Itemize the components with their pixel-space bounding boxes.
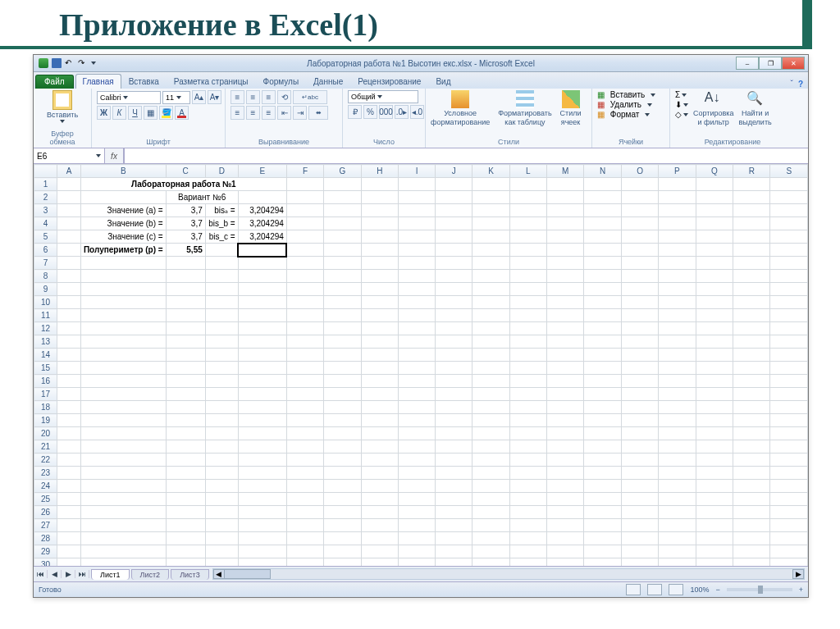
cell-H13[interactable] <box>361 335 398 349</box>
cell-K16[interactable] <box>472 375 509 388</box>
cell-I14[interactable] <box>399 349 436 362</box>
find-select-button[interactable]: 🔍 Найти и выделить <box>738 90 771 126</box>
cell-Q3[interactable] <box>696 204 733 217</box>
align-top-button[interactable]: ≡ <box>231 90 244 104</box>
cell-S22[interactable] <box>770 454 808 467</box>
cell-J11[interactable] <box>436 309 472 322</box>
cell-N22[interactable] <box>584 454 621 467</box>
cell-K29[interactable] <box>472 545 509 558</box>
cell-F19[interactable] <box>286 414 323 427</box>
cell-P22[interactable] <box>659 454 696 467</box>
cell-E22[interactable] <box>238 454 286 467</box>
cell-P21[interactable] <box>659 440 696 454</box>
cell-R26[interactable] <box>733 506 770 519</box>
cell-G4[interactable] <box>324 217 361 230</box>
col-header-A[interactable]: A <box>57 165 81 178</box>
row-header-22[interactable]: 22 <box>34 454 57 467</box>
cell-R28[interactable] <box>733 532 770 545</box>
cell-O12[interactable] <box>621 322 658 335</box>
cell-H14[interactable] <box>361 349 398 362</box>
col-header-J[interactable]: J <box>436 165 472 178</box>
cell-R4[interactable] <box>733 217 770 230</box>
col-header-K[interactable]: K <box>472 165 509 178</box>
cell-I20[interactable] <box>399 427 436 440</box>
cell-O23[interactable] <box>621 467 658 480</box>
cell-L7[interactable] <box>509 257 546 270</box>
cell-J17[interactable] <box>436 388 472 401</box>
cell-B30[interactable] <box>80 558 166 567</box>
cell-D10[interactable] <box>205 296 238 309</box>
cell-N7[interactable] <box>584 257 621 270</box>
cell-C3[interactable]: 3,7 <box>166 204 205 217</box>
ribbon-tab-6[interactable]: Вид <box>428 74 458 89</box>
cell-Q1[interactable] <box>696 178 733 191</box>
cell-R11[interactable] <box>733 309 770 322</box>
format-as-table-button[interactable]: Форматировать как таблицу <box>498 90 551 126</box>
ribbon-tab-2[interactable]: Разметка страницы <box>167 74 256 89</box>
cell-Q13[interactable] <box>696 335 733 349</box>
row-header-14[interactable]: 14 <box>34 349 57 362</box>
row-header-19[interactable]: 19 <box>34 414 57 427</box>
sheet-tab-2[interactable]: Лист3 <box>171 569 209 580</box>
cell-O19[interactable] <box>621 414 658 427</box>
cell-H19[interactable] <box>361 414 398 427</box>
cell-F29[interactable] <box>286 545 323 558</box>
cell-H17[interactable] <box>361 388 398 401</box>
cell-C25[interactable] <box>166 493 205 506</box>
cell-N14[interactable] <box>584 349 621 362</box>
cell-C17[interactable] <box>166 388 205 401</box>
cell-Q17[interactable] <box>696 388 733 401</box>
cell-A10[interactable] <box>57 296 81 309</box>
maximize-button[interactable]: ❐ <box>759 57 782 70</box>
row-header-20[interactable]: 20 <box>34 427 57 440</box>
cell-I16[interactable] <box>399 375 436 388</box>
cell-M16[interactable] <box>546 375 583 388</box>
inc-decimal-button[interactable]: .0▸ <box>395 105 409 119</box>
cell-C16[interactable] <box>166 375 205 388</box>
cell-S12[interactable] <box>770 322 808 335</box>
cell-L18[interactable] <box>509 401 546 414</box>
cell-P20[interactable] <box>659 427 696 440</box>
cell-E25[interactable] <box>238 493 286 506</box>
cell-J1[interactable] <box>436 178 472 191</box>
cell-N27[interactable] <box>584 519 621 532</box>
cell-A12[interactable] <box>57 322 81 335</box>
cell-N17[interactable] <box>584 388 621 401</box>
cell-L10[interactable] <box>509 296 546 309</box>
row-header-3[interactable]: 3 <box>34 204 57 217</box>
cell-N23[interactable] <box>584 467 621 480</box>
cell-L11[interactable] <box>509 309 546 322</box>
cell-R27[interactable] <box>733 519 770 532</box>
cell-F22[interactable] <box>286 454 323 467</box>
cell-D27[interactable] <box>205 519 238 532</box>
cell-D12[interactable] <box>205 322 238 335</box>
cell-D23[interactable] <box>205 467 238 480</box>
cell-S11[interactable] <box>770 309 808 322</box>
cell-S28[interactable] <box>770 532 808 545</box>
cell-E11[interactable] <box>238 309 286 322</box>
cell-N9[interactable] <box>584 283 621 296</box>
cell-B13[interactable] <box>80 335 166 349</box>
cell-N20[interactable] <box>584 427 621 440</box>
cell-L9[interactable] <box>509 283 546 296</box>
cell-O6[interactable] <box>621 244 658 257</box>
cell-H23[interactable] <box>361 467 398 480</box>
zoom-slider[interactable] <box>727 588 792 591</box>
cell-F25[interactable] <box>286 493 323 506</box>
cell-M21[interactable] <box>546 440 583 454</box>
cell-N19[interactable] <box>584 414 621 427</box>
cell-P4[interactable] <box>659 217 696 230</box>
cell-A5[interactable] <box>57 230 81 244</box>
col-header-D[interactable]: D <box>205 165 238 178</box>
cell-I30[interactable] <box>399 558 436 567</box>
cell-E19[interactable] <box>238 414 286 427</box>
cell-H16[interactable] <box>361 375 398 388</box>
cell-R9[interactable] <box>733 283 770 296</box>
cell-D21[interactable] <box>205 440 238 454</box>
cell-K6[interactable] <box>472 244 509 257</box>
cell-J3[interactable] <box>436 204 472 217</box>
cell-Q12[interactable] <box>696 322 733 335</box>
row-header-9[interactable]: 9 <box>34 283 57 296</box>
cell-A6[interactable] <box>57 244 81 257</box>
cell-D22[interactable] <box>205 454 238 467</box>
